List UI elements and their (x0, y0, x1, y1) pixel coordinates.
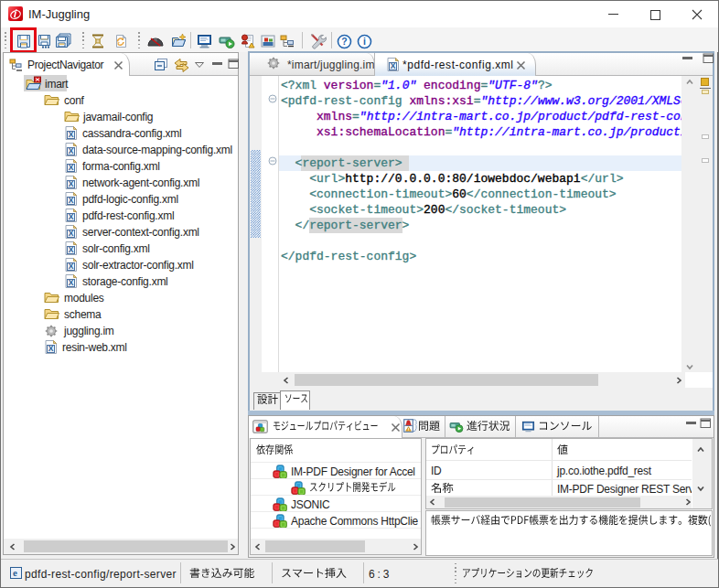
svg-text:X: X (69, 262, 74, 271)
svg-text:X: X (69, 130, 74, 139)
svg-text:X: X (69, 163, 74, 172)
svg-text:X: X (69, 212, 74, 221)
svg-text:X: X (69, 196, 74, 205)
svg-text:X: X (69, 278, 74, 287)
svg-text:X: X (69, 179, 74, 188)
svg-text:X: X (69, 245, 74, 254)
svg-text:i: i (363, 36, 366, 47)
svg-text:?: ? (341, 36, 347, 47)
svg-text:X: X (48, 344, 54, 353)
svg-text:X: X (69, 229, 74, 238)
svg-text:X: X (69, 146, 74, 155)
svg-text:X: X (391, 61, 396, 70)
